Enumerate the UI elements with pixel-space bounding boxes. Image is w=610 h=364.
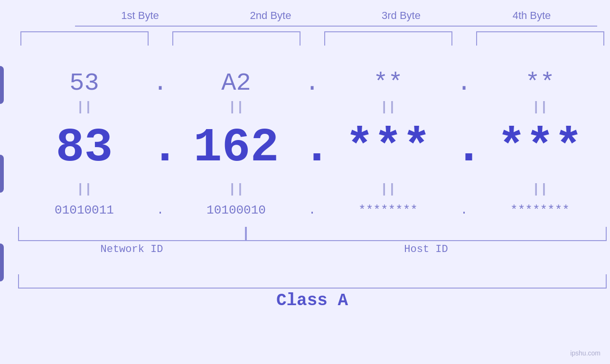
- bin-dot3: .: [455, 203, 474, 217]
- byte4-header: 4th Byte: [467, 9, 597, 27]
- hex-dot3: .: [455, 69, 474, 97]
- main-container: 1st Byte 2nd Byte 3rd Byte 4th Byte 16 H…: [0, 0, 610, 364]
- bin-badge: 2 BIN: [0, 243, 4, 281]
- network-bracket: [18, 227, 246, 241]
- hex-badge: 16 HEX: [0, 66, 4, 104]
- bin-b1: 01010011: [18, 203, 151, 217]
- dec-b2: 162: [170, 121, 303, 175]
- equals-row-1: || || || ||: [18, 97, 607, 116]
- eq1-b4: ||: [474, 100, 607, 114]
- top-bracket-2: [172, 31, 300, 46]
- dec-dot3: .: [455, 121, 474, 175]
- network-id-label: Network ID: [18, 243, 246, 255]
- top-bracket-gap3: [455, 31, 474, 46]
- dec-badge: 10 DEC: [0, 155, 4, 193]
- byte2-header: 2nd Byte: [206, 9, 336, 27]
- dec-b4: ***: [474, 121, 607, 175]
- top-brackets: [18, 31, 607, 46]
- host-bracket: [246, 227, 607, 241]
- watermark: ipshu.com: [570, 349, 601, 357]
- outer-bracket: [18, 274, 607, 289]
- byte-headers: 1st Byte 2nd Byte 3rd Byte 4th Byte: [75, 9, 597, 27]
- badges-column: 16 HEX 10 DEC 2 BIN: [0, 41, 13, 307]
- dec-b1: 83: [18, 121, 151, 175]
- hex-dot2: .: [303, 69, 322, 97]
- byte3-header: 3rd Byte: [336, 9, 467, 27]
- hex-b2: A2: [170, 69, 303, 97]
- top-bracket-gap2: [303, 31, 322, 46]
- eq2-b1: ||: [18, 182, 151, 196]
- equals-row-2: || || || ||: [18, 179, 607, 198]
- eq1-b1: ||: [18, 100, 151, 114]
- dec-dot2: .: [303, 121, 322, 175]
- bin-dot2: .: [303, 203, 322, 217]
- hex-b4: **: [474, 69, 607, 97]
- hex-b1: 53: [18, 69, 151, 97]
- dec-b3: ***: [322, 121, 455, 175]
- bin-row: 01010011 . 10100010 . ******** . *******…: [18, 198, 607, 222]
- bin-b3: ********: [322, 203, 455, 217]
- eq1-b2: ||: [170, 100, 303, 114]
- dec-row: 83 . 162 . *** . ***: [18, 116, 607, 179]
- class-label: Class A: [18, 291, 607, 310]
- bin-b4: ********: [474, 203, 607, 217]
- hex-row: 53 . A2 . ** . **: [18, 60, 607, 97]
- bin-b2: 10100010: [170, 203, 303, 217]
- bracket-area: Network ID Host ID: [18, 227, 607, 265]
- top-bracket-gap1: [151, 31, 170, 46]
- dec-dot1: .: [151, 121, 170, 175]
- top-bracket-3: [324, 31, 452, 46]
- outer-bracket-area: Class A: [18, 274, 607, 303]
- eq2-b4: ||: [474, 182, 607, 196]
- eq2-b3: ||: [322, 182, 455, 196]
- eq2-b2: ||: [170, 182, 303, 196]
- host-id-label: Host ID: [246, 243, 607, 255]
- byte1-header: 1st Byte: [75, 9, 206, 27]
- top-bracket-4: [476, 31, 604, 46]
- bin-dot1: .: [151, 203, 170, 217]
- top-bracket-1: [20, 31, 149, 46]
- hex-dot1: .: [151, 69, 170, 97]
- eq1-b3: ||: [322, 100, 455, 114]
- hex-b3: **: [322, 69, 455, 97]
